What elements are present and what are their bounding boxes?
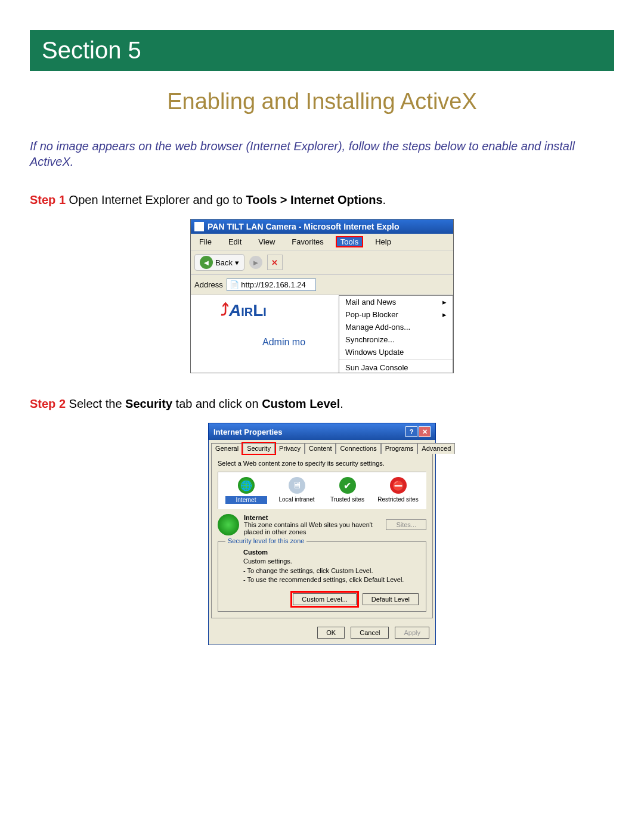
default-level-button[interactable]: Default Level — [363, 593, 419, 605]
step-1-pre: Open Internet Explorer and go to — [66, 193, 246, 206]
forward-button[interactable]: ► — [249, 256, 262, 269]
internet-properties-dialog: Internet Properties ? ✕ General Security… — [208, 423, 436, 645]
globe-icon: 🌐 — [238, 477, 255, 494]
step-2: Step 2 Select the Security tab and click… — [30, 397, 614, 411]
back-dropdown-icon: ▾ — [235, 258, 239, 267]
menu-help[interactable]: Help — [370, 236, 396, 247]
submenu-arrow-icon: ▸ — [442, 298, 447, 306]
airlink-logo: ⤴AIRLI — [221, 301, 267, 320]
zone-list: 🌐 Internet 🖥 Local intranet ✔ Trusted si… — [218, 472, 426, 509]
submenu-arrow-icon: ▸ — [442, 310, 447, 319]
dialog-titlebar: Internet Properties ? ✕ — [209, 423, 435, 440]
help-button[interactable]: ? — [405, 426, 417, 437]
dialog-footer: OK Cancel Apply — [209, 621, 435, 645]
step-1: Step 1 Open Internet Explorer and go to … — [30, 193, 614, 207]
custom-title: Custom — [243, 548, 419, 557]
section-banner: Section 5 — [30, 30, 614, 71]
ie-menubar: File Edit View Favorites Tools Help — [191, 234, 453, 250]
menu-edit[interactable]: Edit — [224, 236, 246, 247]
dd-addons[interactable]: Manage Add-ons... — [339, 321, 453, 333]
custom-level-button[interactable]: Custom Level... — [293, 593, 356, 605]
zone-desc-text: This zone contains all Web sites you hav… — [244, 521, 381, 535]
apply-button: Apply — [395, 627, 429, 639]
address-bar: Address 📄 http://192.168.1.24 — [191, 275, 453, 295]
ok-button[interactable]: OK — [317, 627, 345, 639]
custom-line2: - To use the recommended settings, click… — [243, 575, 419, 584]
page-title: Enabling and Installing ActiveX — [30, 89, 614, 114]
step-2-pre: Select the — [66, 397, 125, 410]
zone-local-label: Local intranet — [276, 496, 318, 503]
logo-swoosh-icon: ⤴ — [221, 301, 229, 320]
back-button[interactable]: ◄ Back ▾ — [194, 254, 244, 271]
zone-restricted[interactable]: ⛔ Restricted sites — [377, 477, 419, 504]
tab-strip: General Security Privacy Content Connect… — [209, 440, 435, 453]
security-level-fieldset: Security level for this zone Custom Cust… — [218, 541, 426, 612]
zone-instruction: Select a Web content zone to specify its… — [218, 460, 426, 467]
security-panel: Select a Web content zone to specify its… — [211, 453, 433, 618]
step-2-bold2: Custom Level — [262, 397, 340, 410]
ie-title-text: PAN TILT LAN Camera - Microsoft Internet… — [208, 222, 400, 231]
dd-windows-update[interactable]: Windows Update — [339, 346, 453, 358]
zone-local-intranet[interactable]: 🖥 Local intranet — [276, 477, 318, 504]
zone-internet-label: Internet — [225, 496, 267, 504]
menu-file[interactable]: File — [194, 236, 216, 247]
tab-content[interactable]: Content — [305, 443, 336, 454]
restrict-icon: ⛔ — [390, 477, 407, 494]
step-2-bold1: Security — [125, 397, 172, 410]
monitor-icon: 🖥 — [289, 477, 305, 494]
tab-connections[interactable]: Connections — [336, 443, 380, 454]
sites-button: Sites... — [386, 519, 426, 530]
step-2-label: Step 2 — [30, 397, 66, 410]
zone-description: Internet This zone contains all Web site… — [218, 514, 426, 535]
back-label: Back — [215, 258, 233, 267]
back-arrow-icon: ◄ — [200, 256, 213, 269]
custom-line1: - To change the settings, click Custom L… — [243, 566, 419, 575]
page-icon: 📄 — [230, 280, 239, 289]
step-1-bold: Tools > Internet Options — [246, 193, 382, 206]
ie-titlebar: PAN TILT LAN Camera - Microsoft Internet… — [191, 219, 453, 234]
zone-trusted[interactable]: ✔ Trusted sites — [327, 477, 369, 504]
tab-advanced[interactable]: Advanced — [417, 443, 455, 454]
custom-sub: Custom settings. — [243, 557, 419, 566]
address-input[interactable]: 📄 http://192.168.1.24 — [227, 278, 316, 291]
check-icon: ✔ — [339, 477, 356, 494]
tab-general[interactable]: General — [211, 443, 243, 454]
ie-window: PAN TILT LAN Camera - Microsoft Internet… — [190, 219, 454, 373]
globe-icon — [218, 514, 239, 535]
cancel-button[interactable]: Cancel — [351, 627, 389, 639]
tools-dropdown: Mail and News▸ Pop-up Blocker▸ Manage Ad… — [339, 295, 453, 373]
fieldset-legend: Security level for this zone — [225, 537, 306, 544]
dd-separator — [339, 360, 453, 360]
dd-popup-blocker[interactable]: Pop-up Blocker▸ — [339, 308, 453, 321]
dialog-title-text: Internet Properties — [213, 428, 283, 436]
ie-content: ⤴AIRLI Admin mo Mail and News▸ Pop-up Bl… — [191, 295, 453, 373]
menu-tools[interactable]: Tools — [336, 236, 363, 247]
address-label: Address — [194, 280, 223, 289]
step-1-post: . — [383, 193, 386, 206]
zone-internet[interactable]: 🌐 Internet — [225, 477, 267, 504]
intro-text: If no image appears on the web browser (… — [30, 138, 614, 169]
tab-privacy[interactable]: Privacy — [275, 443, 305, 454]
stop-button[interactable]: ✕ — [267, 255, 283, 270]
step-1-label: Step 1 — [30, 193, 66, 206]
tab-programs[interactable]: Programs — [381, 443, 418, 454]
step-2-post: . — [340, 397, 343, 410]
step-2-mid: tab and click on — [172, 397, 262, 410]
close-button[interactable]: ✕ — [419, 426, 431, 437]
zone-desc-title: Internet — [244, 514, 381, 521]
menu-view[interactable]: View — [253, 236, 280, 247]
dd-sun-java[interactable]: Sun Java Console — [339, 361, 453, 373]
address-value: http://192.168.1.24 — [241, 280, 305, 289]
zone-trusted-label: Trusted sites — [327, 496, 369, 503]
tab-security[interactable]: Security — [243, 443, 275, 454]
admin-text: Admin mo — [262, 337, 305, 348]
dd-mail-news[interactable]: Mail and News▸ — [339, 296, 453, 308]
zone-restricted-label: Restricted sites — [377, 496, 419, 503]
ie-toolbar: ◄ Back ▾ ► ✕ — [191, 250, 453, 275]
menu-favorites[interactable]: Favorites — [287, 236, 328, 247]
dd-synchronize[interactable]: Synchronize... — [339, 333, 453, 346]
ie-app-icon — [194, 222, 204, 231]
